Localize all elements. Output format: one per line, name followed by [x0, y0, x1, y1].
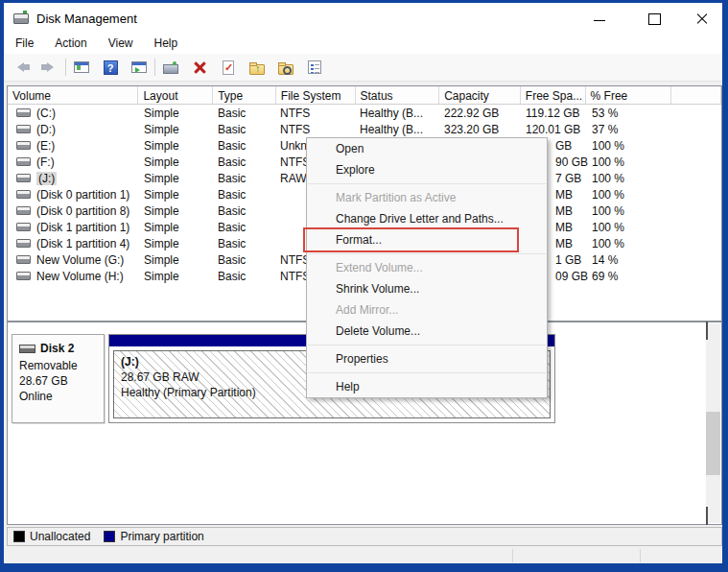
device-probe-icon[interactable]	[161, 58, 180, 77]
menu-item-change-drive-letter-and-paths[interactable]: Change Drive Letter and Paths...	[307, 208, 547, 229]
table-row[interactable]: (C:)SimpleBasicNTFSHealthy (B...222.92 G…	[8, 105, 721, 121]
back-icon[interactable]	[12, 58, 31, 77]
context-menu: OpenExploreMark Partition as ActiveChang…	[306, 137, 548, 398]
menu-help[interactable]: Help	[154, 34, 178, 54]
drive-icon	[16, 206, 31, 215]
toolbar-separator	[154, 59, 155, 76]
help-icon[interactable]	[101, 58, 120, 77]
format-highlight-box	[303, 227, 519, 252]
disk-2-panel[interactable]: Disk 2 Removable 28.67 GB Online	[12, 334, 105, 423]
column-header-volume[interactable]: Volume	[8, 86, 138, 104]
column-header-free-spa[interactable]: Free Spa...	[521, 86, 586, 104]
cell-pct: 100 %	[588, 204, 674, 218]
volume-name: (D:)	[36, 123, 56, 136]
toolbar	[4, 54, 722, 82]
toolbar-separator	[65, 59, 66, 76]
minimize-button[interactable]	[592, 12, 607, 26]
volume-name: New Volume (G:)	[36, 253, 124, 267]
title-bar: Disk Management	[4, 3, 722, 34]
menu-item-shrink-volume[interactable]: Shrink Volume...	[307, 278, 547, 299]
cell-layout: Simple	[139, 139, 214, 153]
check-document-icon[interactable]	[219, 58, 238, 77]
menu-item-explore[interactable]: Explore	[307, 159, 547, 180]
cell-type: Basic	[214, 253, 277, 267]
cell-type: Basic	[214, 172, 277, 185]
volume-name: (Disk 1 partition 4)	[36, 237, 129, 250]
cell-status: Healthy (B...	[357, 107, 441, 120]
volume-name: (J:)	[36, 172, 57, 185]
cell-type: Basic	[214, 123, 277, 136]
cell-layout: Simple	[139, 270, 214, 283]
column-header-free[interactable]: % Free	[586, 86, 672, 104]
column-header-layout[interactable]: Layout	[138, 86, 213, 104]
cell-free: 120.01 GB	[523, 123, 588, 136]
drive-icon	[16, 174, 31, 182]
disk-name: Disk 2	[40, 342, 74, 355]
menu-action[interactable]: Action	[55, 34, 86, 54]
drive-icon	[16, 239, 31, 248]
cell-pct: 100 %	[588, 188, 674, 202]
vertical-scrollbar[interactable]	[706, 323, 720, 523]
column-header-status[interactable]: Status	[356, 86, 440, 104]
statusbar-divider	[512, 549, 513, 562]
menu-item-properties[interactable]: Properties	[307, 348, 547, 369]
cell-layout: Simple	[139, 188, 214, 202]
table-header: VolumeLayoutTypeFile SystemStatusCapacit…	[8, 86, 721, 105]
delete-icon[interactable]	[190, 58, 209, 77]
cell-capacity: 222.92 GB	[441, 107, 523, 120]
drive-icon	[16, 255, 31, 264]
cell-pct: 100 %	[588, 172, 674, 185]
cell-pct: 69 %	[588, 270, 674, 283]
app-disk-icon[interactable]	[13, 13, 29, 24]
cell-pct: 100 %	[588, 155, 674, 169]
menu-view[interactable]: View	[108, 34, 133, 54]
volume-name: (Disk 1 partition 1)	[36, 221, 129, 234]
cell-pct: 37 %	[588, 123, 674, 136]
maximize-button[interactable]	[646, 12, 662, 26]
cell-layout: Simple	[139, 172, 214, 185]
menu-item-add-mirror: Add Mirror...	[307, 299, 547, 321]
forward-icon[interactable]	[40, 58, 59, 77]
legend-bar: UnallocatedPrimary partition	[7, 527, 722, 546]
drive-icon	[16, 125, 31, 133]
cell-capacity: 323.20 GB	[441, 123, 523, 136]
cell-type: Basic	[214, 107, 277, 120]
console-tree-icon[interactable]	[72, 58, 91, 77]
disk-size: 28.67 GB	[19, 373, 104, 389]
menu-separator	[308, 372, 546, 373]
cell-layout: Simple	[139, 123, 214, 136]
cell-type: Basic	[214, 139, 277, 153]
cell-fs: NTFS	[277, 123, 357, 136]
menu-item-extend-volume: Extend Volume...	[307, 257, 547, 278]
scroll-up-icon[interactable]	[706, 323, 720, 338]
cell-layout: Simple	[139, 155, 214, 169]
table-row[interactable]: (D:)SimpleBasicNTFSHealthy (B...323.20 G…	[8, 121, 721, 137]
scroll-down-icon[interactable]	[706, 509, 720, 523]
menu-separator	[308, 183, 546, 184]
close-button[interactable]	[694, 12, 710, 26]
column-header-blank[interactable]	[671, 86, 721, 104]
cell-layout: Simple	[139, 253, 214, 267]
legend-label: Primary partition	[120, 530, 203, 543]
menu-file[interactable]: File	[15, 34, 34, 54]
folder-up-icon[interactable]	[247, 58, 267, 77]
checklist-icon[interactable]	[305, 58, 324, 77]
cell-layout: Simple	[139, 204, 214, 218]
drive-icon	[16, 190, 31, 199]
column-header-capacity[interactable]: Capacity	[439, 86, 521, 104]
menu-item-help[interactable]: Help	[307, 376, 547, 397]
cell-layout: Simple	[139, 107, 214, 120]
cell-free: 119.12 GB	[523, 107, 588, 120]
column-header-file-system[interactable]: File System	[276, 86, 356, 104]
column-header-type[interactable]: Type	[213, 86, 276, 104]
action-pane-icon[interactable]	[129, 58, 149, 77]
volume-name: (Disk 0 partition 1)	[36, 188, 129, 202]
cell-type: Basic	[214, 204, 277, 218]
menu-item-open[interactable]: Open	[307, 138, 547, 159]
cell-layout: Simple	[139, 221, 214, 234]
menu-item-delete-volume[interactable]: Delete Volume...	[307, 321, 547, 342]
scrollbar-thumb[interactable]	[706, 412, 720, 475]
folder-find-icon[interactable]	[276, 58, 295, 77]
menu-item-format[interactable]: Format...	[307, 229, 547, 250]
legend-swatch	[104, 531, 115, 542]
